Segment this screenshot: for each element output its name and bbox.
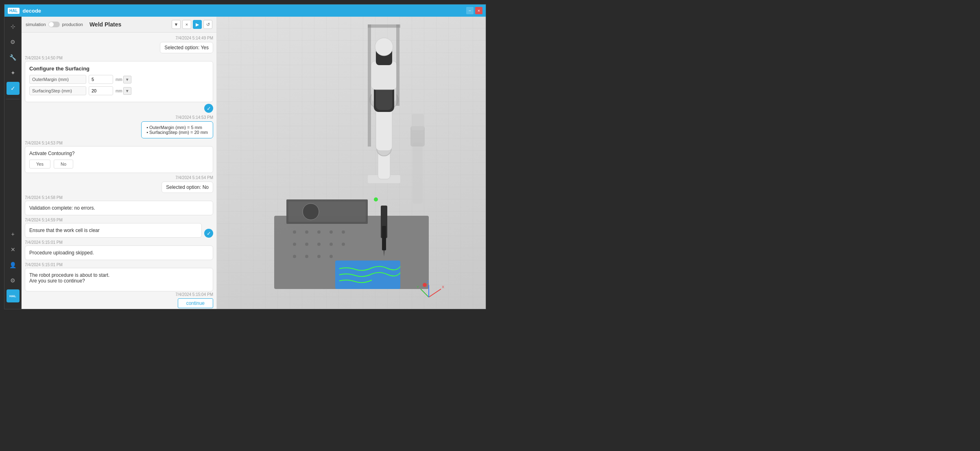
chat-messages: 7/4/2024 5:14:49 PM Selected option: Yes… xyxy=(22,33,216,309)
svg-point-6 xyxy=(293,243,296,246)
timestamp-5: 7/4/2024 5:14:54 PM xyxy=(175,175,213,180)
svg-point-46 xyxy=(423,283,427,287)
unit-dropdown-1[interactable]: ▼ xyxy=(123,76,131,83)
timestamp-4: 7/4/2024 5:14:53 PM xyxy=(25,141,213,145)
message-group-1: 7/4/2024 5:14:49 PM Selected option: Yes xyxy=(25,36,213,53)
continue-card: The robot procedure is about to start.Ar… xyxy=(25,268,213,291)
title-bar: HAL decode − × xyxy=(4,4,486,17)
message-group-2: 7/4/2024 5:14:50 PM Configure the Surfac… xyxy=(25,56,213,113)
svg-point-2 xyxy=(305,230,308,234)
svg-point-8 xyxy=(317,243,321,246)
title-controls: − × xyxy=(466,7,482,14)
svg-point-4 xyxy=(330,230,333,234)
sidebar-icon-path[interactable]: ✦ xyxy=(7,66,20,79)
message-group-3: 7/4/2024 5:14:53 PM • OuterMargin (mm) =… xyxy=(25,115,213,138)
selected-no-bubble: Selected option: No xyxy=(162,182,213,193)
robot-svg: X Y Z xyxy=(254,20,449,305)
question-card-contouring: Activate Contouring? Yes No xyxy=(25,146,213,173)
program-title: Weld Plates xyxy=(89,21,121,28)
bottom-sidebar-icons: + ✕ 👤 ⚙ HAL xyxy=(7,228,20,306)
play-button[interactable]: ▶ xyxy=(193,20,202,29)
validation-card: Validation complete: no errors. xyxy=(25,201,213,215)
field-row-outermargin: OuterMargin (mm) mm ▼ xyxy=(29,75,209,84)
configure-checkmark: ✓ xyxy=(204,104,213,113)
timestamp-3: 7/4/2024 5:14:53 PM xyxy=(175,115,213,120)
sidebar-icon-tool[interactable]: 🔧 xyxy=(7,51,20,64)
field-unit-surfacingstep: mm ▼ xyxy=(116,87,131,95)
svg-point-14 xyxy=(330,255,333,258)
robot-scene: X Y Z xyxy=(217,17,486,309)
svg-point-12 xyxy=(305,255,308,258)
header-buttons: ▼ × ▶ ↺ xyxy=(172,20,212,29)
timestamp-2: 7/4/2024 5:14:50 PM xyxy=(25,56,213,60)
sidebar-icon-robot[interactable]: ⚙ xyxy=(7,35,20,48)
svg-rect-40 xyxy=(396,24,399,106)
unit-label-mm1: mm xyxy=(116,77,122,82)
close-chat-button[interactable]: × xyxy=(182,20,191,29)
svg-rect-16 xyxy=(288,201,366,222)
field-label-surfacingstep: SurfacingStep (mm) xyxy=(29,86,86,95)
svg-line-35 xyxy=(421,289,429,297)
viewport: X Y Z xyxy=(217,17,486,309)
message-group-4: 7/4/2024 5:14:53 PM Activate Contouring?… xyxy=(25,141,213,173)
message-group-5: 7/4/2024 5:14:54 PM Selected option: No xyxy=(25,175,213,193)
svg-text:X: X xyxy=(442,285,444,289)
dropdown-button[interactable]: ▼ xyxy=(172,20,181,29)
timestamp-8: 7/4/2024 5:15:01 PM xyxy=(25,240,213,245)
field-input-surfacingstep[interactable] xyxy=(89,86,113,95)
mode-toggle-switch[interactable] xyxy=(48,22,60,27)
chat-header: simulation production Weld Plates ▼ × ▶ … xyxy=(22,17,216,33)
field-input-outermargin[interactable] xyxy=(89,75,113,84)
sidebar-icon-close[interactable]: ✕ xyxy=(7,243,20,256)
sidebar-icon-person[interactable]: 👤 xyxy=(7,258,20,271)
no-button-contouring[interactable]: No xyxy=(54,160,73,169)
mode-toggle: simulation production xyxy=(26,22,83,27)
message-group-6: 7/4/2024 5:14:58 PM Validation complete:… xyxy=(25,195,213,215)
window-body: ⊹ ⚙ 🔧 ✦ ✓ + ✕ 👤 ⚙ HAL simulation xyxy=(4,17,486,309)
timestamp-9b: 7/4/2024 5:15:04 PM xyxy=(175,292,213,297)
svg-point-5 xyxy=(342,230,345,234)
svg-text:Y: Y xyxy=(417,285,419,289)
message-group-8: 7/4/2024 5:15:01 PM Procedure uploading … xyxy=(25,240,213,260)
svg-point-29 xyxy=(375,38,393,56)
svg-point-45 xyxy=(374,197,378,201)
main-window: HAL decode − × ⊹ ⚙ 🔧 ✦ ✓ + ✕ 👤 ⚙ HAL xyxy=(4,4,486,309)
sidebar-icon-check[interactable]: ✓ xyxy=(7,82,20,95)
timestamp-6: 7/4/2024 5:14:58 PM xyxy=(25,195,213,200)
timestamp-7: 7/4/2024 5:14:59 PM xyxy=(25,218,213,222)
contouring-btn-row: Yes No xyxy=(29,160,209,169)
continue-button[interactable]: continue xyxy=(178,298,213,308)
svg-text:Z: Z xyxy=(427,280,429,284)
question-text-contouring: Activate Contouring? xyxy=(29,151,209,156)
svg-point-17 xyxy=(303,204,319,220)
field-unit-outermargin: mm ▼ xyxy=(116,76,131,83)
svg-point-1 xyxy=(293,230,296,234)
sidebar-icon-hal[interactable]: HAL xyxy=(7,289,20,302)
chat-panel: simulation production Weld Plates ▼ × ▶ … xyxy=(22,17,217,309)
svg-point-10 xyxy=(342,243,345,246)
minimize-button[interactable]: − xyxy=(466,7,474,14)
yes-button-contouring[interactable]: Yes xyxy=(29,160,50,169)
refresh-button[interactable]: ↺ xyxy=(203,20,212,29)
mode-simulation-label: simulation xyxy=(26,22,46,27)
sidebar-icon-add[interactable]: + xyxy=(7,228,20,241)
message-group-9: 7/4/2024 5:15:01 PM The robot procedure … xyxy=(25,263,213,308)
field-label-outermargin: OuterMargin (mm) xyxy=(29,75,86,84)
hal-logo: HAL xyxy=(8,8,20,14)
unit-dropdown-2[interactable]: ▼ xyxy=(123,87,131,95)
timestamp-1: 7/4/2024 5:14:49 PM xyxy=(175,36,213,40)
svg-rect-39 xyxy=(368,24,371,147)
configure-card: Configure the Surfacing OuterMargin (mm)… xyxy=(25,61,213,102)
svg-point-7 xyxy=(305,243,308,246)
continue-btn-row: continue xyxy=(25,298,213,308)
selected-yes-bubble: Selected option: Yes xyxy=(160,42,213,53)
close-button[interactable]: × xyxy=(475,7,482,14)
timestamp-9: 7/4/2024 5:15:01 PM xyxy=(25,263,213,267)
sidebar-icon-cursor[interactable]: ⊹ xyxy=(7,20,20,33)
sidebar-icon-settings[interactable]: ⚙ xyxy=(7,274,20,287)
uploading-card: Procedure uploading skipped. xyxy=(25,245,213,260)
mode-production-label: production xyxy=(62,22,83,27)
unit-label-mm2: mm xyxy=(116,89,122,93)
sidebar-divider xyxy=(6,99,20,99)
info-bubble: • OuterMargin (mm) = 5 mm • SurfacingSte… xyxy=(141,121,213,138)
